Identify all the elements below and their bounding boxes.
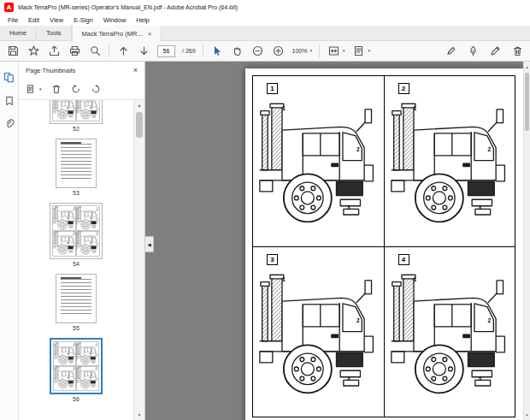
callout-number: 2	[488, 146, 492, 152]
close-icon[interactable]: ×	[133, 66, 138, 74]
page-count-label: / 269	[182, 48, 196, 54]
previous-page-icon[interactable]	[116, 44, 130, 58]
highlight-icon[interactable]	[444, 44, 457, 58]
tab-document[interactable]: Mack TerraPro (MR... ×	[72, 26, 162, 41]
toolbar-separator	[203, 44, 203, 57]
thumbnail-page-52[interactable]: 52	[50, 100, 103, 132]
figure-panel-3: 3 1 2 3	[252, 246, 384, 417]
fit-width-dropdown[interactable]: ▾	[327, 44, 345, 58]
tab-close-icon[interactable]: ×	[148, 30, 152, 38]
callout-number: 1	[414, 105, 417, 111]
rotate-right-icon[interactable]	[91, 84, 101, 94]
print-icon[interactable]	[68, 44, 81, 58]
attachments-icon[interactable]	[4, 119, 15, 129]
zoom-out-icon[interactable]	[251, 44, 265, 58]
panel-title: Page Thumbnails	[26, 67, 75, 74]
truck-illustration	[258, 93, 378, 240]
acrobat-logo-icon: A	[4, 3, 14, 12]
page-thumbnails-panel: Page Thumbnails × ▾	[19, 62, 145, 420]
thumbnail-page-55[interactable]: 55	[56, 274, 97, 331]
scrollbar-thumb[interactable]	[525, 73, 529, 131]
main-toolbar: / 269 100% ▾ ▾ ▾	[0, 41, 530, 62]
pdf-page: 1 1 2 3 2 1 2 3 3	[245, 68, 523, 420]
menu-bar: File Edit View E-Sign Window Help	[0, 15, 530, 26]
bookmarks-icon[interactable]	[4, 96, 15, 106]
truck-illustration	[390, 93, 509, 240]
truck-illustration	[258, 264, 378, 411]
export-icon[interactable]	[47, 44, 61, 58]
menu-file[interactable]: File	[3, 16, 23, 24]
thumbnail-preview	[50, 100, 103, 124]
document-scrollbar[interactable]: ▲ ▼	[523, 62, 530, 420]
thumbnail-preview-selected	[50, 338, 103, 394]
callout-number: 1	[282, 276, 286, 282]
select-tool-icon[interactable]	[210, 44, 224, 58]
save-icon[interactable]	[6, 44, 20, 58]
menu-help[interactable]: Help	[131, 16, 154, 24]
chevron-down-icon: ▾	[309, 49, 312, 53]
zoom-in-icon[interactable]	[272, 44, 286, 58]
figure-panel-1: 1 1 2 3	[252, 75, 384, 246]
callout-number: 2	[488, 317, 492, 323]
page-display-dropdown[interactable]: ▾	[352, 44, 371, 58]
thumbnail-preview	[50, 203, 103, 259]
chevron-down-icon: ▾	[39, 87, 42, 92]
title-bar: A Mack TerraPro (MR-series) Operator's M…	[0, 0, 530, 15]
zoom-level-dropdown[interactable]: 100% ▾	[292, 48, 312, 54]
rotate-left-icon[interactable]	[71, 84, 81, 94]
menu-window[interactable]: Window	[98, 16, 132, 24]
next-page-icon[interactable]	[137, 44, 150, 58]
star-icon[interactable]	[26, 44, 40, 58]
edit-icon[interactable]	[488, 44, 502, 58]
document-area: 1 1 2 3 2 1 2 3 3	[145, 62, 523, 420]
thumbnail-list: 52 53	[19, 100, 144, 420]
panel-toolbar: ▾	[19, 79, 144, 100]
thumbnail-page-54[interactable]: 54	[50, 203, 103, 267]
page-display-icon	[352, 44, 366, 58]
callout-number: 1	[414, 276, 417, 282]
panel-scrollbar[interactable]: ▲ ▼	[133, 100, 144, 420]
thumbnail-page-56[interactable]: 56	[50, 338, 103, 402]
panel-number-box: 4	[398, 254, 409, 265]
callout-number: 3	[479, 376, 482, 382]
thumbnail-page-number: 54	[73, 261, 80, 267]
window-title: Mack TerraPro (MR-series) Operator's Man…	[18, 4, 238, 10]
scroll-down-icon[interactable]: ▼	[524, 411, 530, 419]
zoom-level-label: 100%	[292, 48, 308, 54]
hand-tool-icon[interactable]	[231, 44, 244, 58]
page-thumbnails-icon[interactable]	[3, 72, 15, 83]
search-icon[interactable]	[88, 44, 102, 58]
scroll-up-icon[interactable]: ▲	[524, 62, 530, 71]
menu-edit[interactable]: Edit	[23, 16, 44, 24]
thumbnail-page-number: 53	[73, 190, 80, 196]
toolbar-separator	[109, 44, 109, 57]
truck-illustration	[390, 264, 509, 411]
figure-panel-4: 4 1 2 3	[384, 246, 515, 417]
tab-bar: Home Tools Mack TerraPro (MR... ×	[0, 26, 530, 41]
panel-collapse-handle[interactable]: ◀	[145, 236, 154, 252]
callout-number: 3	[347, 376, 350, 382]
callout-number: 3	[479, 204, 482, 210]
page-number-input[interactable]	[157, 45, 175, 57]
delete-pages-icon[interactable]	[51, 84, 62, 94]
thumbnail-options-dropdown[interactable]: ▾	[26, 84, 42, 94]
scrollbar-thumb[interactable]	[136, 112, 143, 138]
figure-grid: 1 1 2 3 2 1 2 3 3	[252, 75, 515, 417]
chevron-down-icon: ▾	[368, 49, 371, 53]
tab-tools[interactable]: Tools	[37, 26, 72, 40]
scroll-down-icon[interactable]: ▼	[134, 410, 144, 420]
scroll-up-icon[interactable]: ▲	[134, 100, 144, 110]
main-area: Page Thumbnails × ▾	[0, 62, 530, 420]
thumbnail-preview	[56, 139, 97, 188]
panel-number-box: 1	[267, 83, 278, 94]
tab-home[interactable]: Home	[0, 26, 37, 40]
trash-icon[interactable]	[510, 44, 524, 58]
fill-sign-icon[interactable]	[466, 44, 480, 58]
thumbnail-page-53[interactable]: 53	[56, 139, 97, 196]
menu-view[interactable]: View	[44, 16, 68, 24]
acrobat-window: A Mack TerraPro (MR-series) Operator's M…	[0, 0, 530, 420]
thumbnail-page-number: 52	[73, 126, 80, 132]
menu-esign[interactable]: E-Sign	[68, 16, 98, 24]
toolbar-right-group	[444, 44, 524, 58]
thumbnail-preview	[56, 274, 97, 323]
